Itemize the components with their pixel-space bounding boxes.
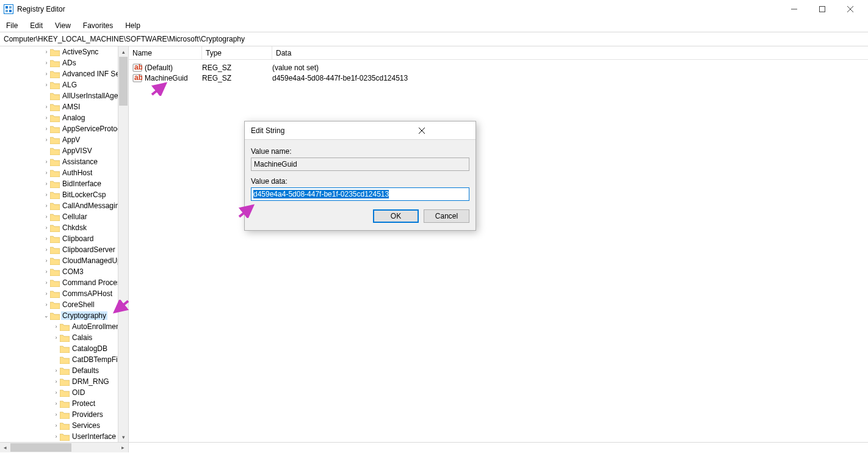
column-name[interactable]: Name [129, 46, 202, 60]
tree-item[interactable]: ›Cellular [0, 211, 118, 222]
scroll-left-button[interactable]: ◂ [0, 443, 10, 452]
tree-item[interactable]: ›CallAndMessagingShellApp [0, 200, 118, 211]
scroll-thumb[interactable] [119, 57, 128, 106]
tree-item[interactable]: ›Calais [0, 332, 118, 343]
expander-closed-icon[interactable]: › [43, 49, 50, 55]
scroll-up-button[interactable]: ▴ [118, 46, 128, 57]
expander-closed-icon[interactable]: › [43, 280, 50, 286]
expander-closed-icon[interactable]: › [52, 335, 60, 341]
tree-inner[interactable]: ›ActiveSync›ADs›Advanced INF Setup›ALGAl… [0, 46, 118, 442]
menu-view[interactable]: View [49, 19, 77, 32]
address-input[interactable] [4, 35, 864, 43]
expander-closed-icon[interactable]: › [43, 170, 50, 176]
expander-closed-icon[interactable]: › [43, 60, 50, 66]
tree-item[interactable]: ›Services [0, 420, 118, 431]
expander-closed-icon[interactable]: › [52, 434, 60, 440]
tree-item[interactable]: ›ClipboardServer [0, 244, 118, 255]
tree-item[interactable]: ›Defaults [0, 365, 118, 376]
expander-closed-icon[interactable]: › [52, 390, 60, 396]
expander-closed-icon[interactable]: › [43, 302, 50, 308]
tree-horizontal-scrollbar[interactable]: ◂ ▸ [0, 443, 129, 452]
expander-closed-icon[interactable]: › [52, 324, 60, 330]
tree-item[interactable]: ›ADs [0, 57, 118, 68]
expander-closed-icon[interactable]: › [43, 137, 50, 143]
value-row[interactable]: abMachineGuidREG_SZd459e4a4-5d08-447f-be… [129, 73, 868, 83]
tree-item[interactable]: ›AutoEnrollment [0, 321, 118, 332]
values-rows[interactable]: ab(Default)REG_SZ(value not set)abMachin… [129, 60, 868, 83]
tree-item[interactable]: ›Analog [0, 112, 118, 123]
tree-item[interactable]: ›OID [0, 387, 118, 398]
expander-closed-icon[interactable]: › [43, 82, 50, 88]
expander-closed-icon[interactable]: › [52, 412, 60, 418]
close-button[interactable] [836, 0, 864, 18]
menu-help[interactable]: Help [119, 19, 146, 32]
ok-button[interactable]: OK [373, 209, 419, 223]
expander-closed-icon[interactable]: › [43, 203, 50, 209]
maximize-button[interactable] [808, 0, 836, 18]
tree-item[interactable]: CatalogDB [0, 343, 118, 354]
tree-vertical-scrollbar[interactable]: ▴ ▾ [118, 46, 128, 442]
tree-item[interactable]: ›Assistance [0, 156, 118, 167]
menu-edit[interactable]: Edit [24, 19, 49, 32]
value-data-input[interactable]: d459e4a4-5d08-447f-be1f-0235cd124513 [251, 187, 469, 201]
scroll-track[interactable] [118, 57, 128, 432]
tree-item[interactable]: ›BitLockerCsp [0, 189, 118, 200]
tree-item[interactable]: ›CoreShell [0, 299, 118, 310]
tree-item[interactable]: ⌄Cryptography [0, 310, 118, 321]
expander-closed-icon[interactable]: › [43, 247, 50, 253]
minimize-button[interactable] [780, 0, 808, 18]
dialog-titlebar[interactable]: Edit String [245, 121, 476, 140]
tree-item[interactable]: ›Clipboard [0, 233, 118, 244]
tree-item[interactable]: ›ALG [0, 79, 118, 90]
expander-closed-icon[interactable]: › [43, 225, 50, 231]
tree-item[interactable]: ›AMSI [0, 101, 118, 112]
expander-closed-icon[interactable]: › [43, 269, 50, 275]
expander-closed-icon[interactable]: › [43, 291, 50, 297]
expander-closed-icon[interactable]: › [52, 423, 60, 429]
expander-closed-icon[interactable]: › [52, 379, 60, 385]
expander-closed-icon[interactable]: › [43, 192, 50, 198]
tree-item[interactable]: ›CloudManagedUpdate [0, 255, 118, 266]
expander-closed-icon[interactable]: › [43, 258, 50, 264]
tree-item[interactable]: ›Command Processor [0, 277, 118, 288]
scroll-track-h[interactable] [10, 443, 118, 452]
tree-item[interactable]: ›AppV [0, 134, 118, 145]
tree-item[interactable]: ›COM3 [0, 266, 118, 277]
menu-file[interactable]: File [0, 19, 24, 32]
tree-item[interactable]: ›ActiveSync [0, 46, 118, 57]
value-name-input[interactable]: MachineGuid [251, 158, 469, 171]
dialog-close-button[interactable] [369, 121, 476, 140]
scroll-thumb-h[interactable] [10, 443, 71, 452]
scroll-down-button[interactable]: ▾ [118, 432, 128, 442]
tree-item[interactable]: ›Providers [0, 409, 118, 420]
expander-closed-icon[interactable]: › [43, 104, 50, 110]
tree-item[interactable]: ›CommsAPHost [0, 288, 118, 299]
expander-closed-icon[interactable]: › [43, 181, 50, 187]
column-type[interactable]: Type [202, 46, 272, 60]
tree-item[interactable]: AllUserInstallAgent [0, 90, 118, 101]
expander-closed-icon[interactable]: › [43, 126, 50, 132]
menu-favorites[interactable]: Favorites [77, 19, 119, 32]
expander-closed-icon[interactable]: › [43, 115, 50, 121]
scroll-right-button[interactable]: ▸ [118, 443, 128, 452]
tree-item[interactable]: CatDBTempFiles [0, 354, 118, 365]
tree-item[interactable]: ›UserInterface [0, 431, 118, 442]
expander-closed-icon[interactable]: › [52, 401, 60, 407]
cancel-button[interactable]: Cancel [424, 209, 469, 223]
value-row[interactable]: ab(Default)REG_SZ(value not set) [129, 62, 868, 73]
tree-item[interactable]: ›DRM_RNG [0, 376, 118, 387]
expander-closed-icon[interactable]: › [43, 214, 50, 220]
tree-item[interactable]: ›Protect [0, 398, 118, 409]
tree-item[interactable]: ›Chkdsk [0, 222, 118, 233]
tree-item[interactable]: ›BidInterface [0, 178, 118, 189]
tree-item[interactable]: AppVISV [0, 145, 118, 156]
expander-closed-icon[interactable]: › [43, 71, 50, 77]
column-data[interactable]: Data [272, 46, 868, 60]
tree-item[interactable]: ›AppServiceProtocols [0, 123, 118, 134]
expander-open-icon[interactable]: ⌄ [43, 313, 50, 319]
tree-item[interactable]: ›AuthHost [0, 167, 118, 178]
expander-closed-icon[interactable]: › [43, 159, 50, 165]
expander-closed-icon[interactable]: › [52, 368, 60, 374]
tree-item[interactable]: ›Advanced INF Setup [0, 68, 118, 79]
expander-closed-icon[interactable]: › [43, 236, 50, 242]
